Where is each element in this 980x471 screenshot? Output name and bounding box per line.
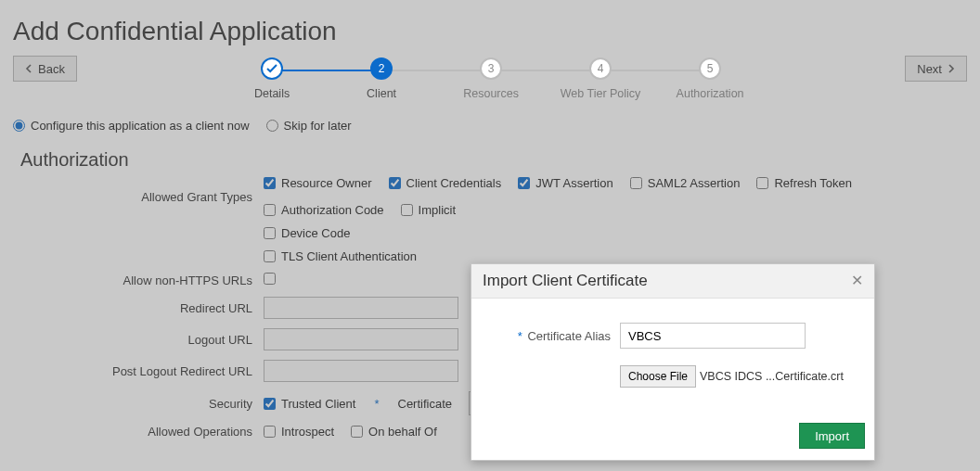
- post-logout-redirect-url-input[interactable]: [264, 360, 458, 382]
- authorization-heading: Authorization: [20, 149, 967, 171]
- grant-types-row-3: TLS Client Authentication: [264, 249, 967, 263]
- certificate-alias-input[interactable]: [620, 323, 806, 349]
- allowed-ops-label: Allowed Operations: [13, 425, 256, 439]
- modal-body: * Certificate Alias Choose File VBCS IDC…: [471, 299, 874, 415]
- chosen-file-name: VBCS IDCS ...Certificate.crt: [700, 370, 844, 383]
- step-number: 2: [370, 57, 393, 80]
- chevron-right-icon: [948, 62, 955, 76]
- configure-now-label: Configure this application as a client n…: [31, 119, 250, 133]
- step-number: 5: [699, 57, 721, 80]
- grant-implicit[interactable]: Implicit: [401, 203, 456, 217]
- logout-url-input[interactable]: [264, 328, 458, 350]
- stepper: Details 2 Client 3 Resources 4 Web Tier …: [217, 57, 765, 100]
- chevron-left-icon: [25, 62, 32, 76]
- skip-later-input[interactable]: [266, 120, 278, 132]
- next-button[interactable]: Next: [905, 56, 967, 82]
- grant-types-row-1: Resource Owner Client Credentials JWT As…: [264, 176, 967, 217]
- step-webtier[interactable]: 4 Web Tier Policy: [546, 57, 655, 100]
- modal-header: Import Client Certificate ✕: [471, 264, 874, 299]
- modal-title: Import Client Certificate: [483, 272, 648, 290]
- on-behalf-checkbox[interactable]: On behalf Of: [351, 425, 437, 439]
- required-star: *: [374, 397, 379, 411]
- close-icon[interactable]: ✕: [851, 274, 863, 288]
- back-button[interactable]: Back: [13, 56, 77, 82]
- nav-row: Back Details 2 Client 3 Resources 4 Web: [13, 56, 967, 100]
- check-icon: [261, 57, 283, 80]
- step-label: Authorization: [677, 87, 744, 100]
- config-choice-row: Configure this application as a client n…: [13, 119, 967, 133]
- step-number: 3: [480, 57, 502, 80]
- step-label: Resources: [463, 87, 519, 100]
- step-resources[interactable]: 3 Resources: [436, 57, 546, 100]
- modal-import-button[interactable]: Import: [799, 423, 865, 449]
- grant-types-row-2: Device Code: [264, 226, 967, 240]
- allow-non-https-label: Allow non-HTTPS URLs: [13, 274, 256, 287]
- skip-later-radio[interactable]: Skip for later: [266, 119, 352, 133]
- allowed-grant-types-label: Allowed Grant Types: [13, 190, 256, 204]
- import-certificate-modal: Import Client Certificate ✕ * Certificat…: [471, 263, 875, 461]
- grant-authorization-code[interactable]: Authorization Code: [264, 203, 384, 217]
- modal-footer: Import: [471, 415, 874, 460]
- grant-device-code[interactable]: Device Code: [264, 226, 350, 240]
- introspect-checkbox[interactable]: Introspect: [264, 425, 334, 439]
- choose-file-button[interactable]: Choose File: [620, 365, 696, 388]
- step-label: Web Tier Policy: [561, 87, 641, 100]
- certificate-alias-label: * Certificate Alias: [490, 329, 611, 343]
- grant-tls-client-auth[interactable]: TLS Client Authentication: [264, 249, 417, 263]
- certificate-label: Certificate: [398, 397, 453, 411]
- grant-resource-owner[interactable]: Resource Owner: [264, 176, 372, 190]
- security-label: Security: [13, 397, 256, 411]
- step-details[interactable]: Details: [217, 57, 327, 100]
- redirect-url-label: Redirect URL: [13, 301, 256, 315]
- allow-non-https-checkbox[interactable]: [264, 273, 276, 285]
- grant-jwt-assertion[interactable]: JWT Assertion: [518, 176, 613, 190]
- next-label: Next: [917, 62, 942, 76]
- post-logout-redirect-url-label: Post Logout Redirect URL: [13, 364, 256, 378]
- skip-later-label: Skip for later: [284, 119, 352, 133]
- step-client[interactable]: 2 Client: [327, 57, 436, 100]
- redirect-url-input[interactable]: [264, 297, 458, 319]
- grant-saml2-assertion[interactable]: SAML2 Assertion: [630, 176, 741, 190]
- step-number: 4: [589, 57, 612, 80]
- trusted-client-checkbox[interactable]: Trusted Client: [264, 397, 355, 411]
- step-label: Client: [367, 87, 396, 100]
- grant-refresh-token[interactable]: Refresh Token: [756, 176, 852, 190]
- back-label: Back: [38, 62, 65, 76]
- step-authorization[interactable]: 5 Authorization: [655, 57, 765, 100]
- step-label: Details: [254, 87, 290, 100]
- logout-url-label: Logout URL: [13, 333, 256, 347]
- grant-client-credentials[interactable]: Client Credentials: [389, 176, 502, 190]
- required-star: *: [518, 329, 522, 343]
- file-picker-row: Choose File VBCS IDCS ...Certificate.crt: [620, 365, 856, 388]
- configure-now-radio[interactable]: Configure this application as a client n…: [13, 119, 250, 133]
- configure-now-input[interactable]: [13, 120, 25, 132]
- page-title: Add Confidential Application: [13, 17, 967, 46]
